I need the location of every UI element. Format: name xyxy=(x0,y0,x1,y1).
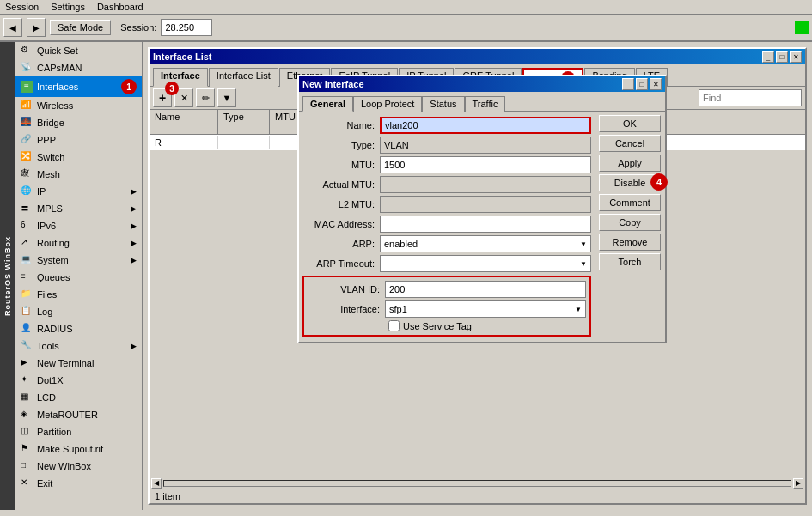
tab-interface[interactable]: Interface xyxy=(153,68,208,87)
sidebar-item-mpls[interactable]: 〓 MPLS ▶ xyxy=(15,200,142,217)
arp-value: enabled xyxy=(384,239,418,249)
safe-mode-button[interactable]: Safe Mode xyxy=(50,20,111,35)
sidebar-item-metarouter[interactable]: ◈ MetaROUTER xyxy=(15,406,142,423)
sidebar: ⚙ Quick Set 📡 CAPsMAN ≡ Interfaces 1 📶 W… xyxy=(15,42,143,510)
sidebar-item-capsman[interactable]: 📡 CAPsMAN xyxy=(15,59,142,76)
sidebar-item-ipv6[interactable]: 6 IPv6 ▶ xyxy=(15,217,142,234)
dialog-title: New Interface xyxy=(302,79,364,89)
name-label: Name: xyxy=(302,120,380,131)
status-bar: 1 item xyxy=(150,489,805,503)
actual-mtu-label: Actual MTU: xyxy=(302,179,380,190)
arp-select[interactable]: enabled ▼ xyxy=(380,235,591,252)
sidebar-label-exit: Exit xyxy=(37,478,52,489)
toolbar: ◀ ▶ Safe Mode Session: xyxy=(0,15,812,42)
sidebar-item-dot1x[interactable]: ✦ Dot1X xyxy=(15,372,142,389)
window-restore-button[interactable]: □ xyxy=(776,51,788,63)
cancel-button[interactable]: Cancel xyxy=(599,135,661,152)
sidebar-item-new-terminal[interactable]: ▶ New Terminal xyxy=(15,355,142,372)
tools-arrow: ▶ xyxy=(131,342,137,350)
sidebar-item-queues[interactable]: ≡ Queues xyxy=(15,269,142,286)
sidebar-item-bridge[interactable]: 🌉 Bridge xyxy=(15,114,142,131)
sidebar-item-tools[interactable]: 🔧 Tools ▶ xyxy=(15,337,142,355)
content-area: Interface List _ □ ✕ Interface Interface… xyxy=(143,42,812,510)
copy-button[interactable]: Copy xyxy=(599,214,661,231)
sidebar-item-ppp[interactable]: 🔗 PPP xyxy=(15,131,142,149)
sidebar-item-wireless[interactable]: 📶 Wireless xyxy=(15,97,142,114)
sidebar-label-mesh: Mesh xyxy=(37,169,60,179)
dialog-tab-status[interactable]: Status xyxy=(422,96,464,112)
tab-interface-list[interactable]: Interface List xyxy=(209,68,278,87)
sidebar-label-capsman: CAPsMAN xyxy=(37,63,82,73)
arp-timeout-select[interactable]: ▼ xyxy=(380,255,591,272)
sidebar-item-routing[interactable]: ↗ Routing ▶ xyxy=(15,234,142,252)
comment-button[interactable]: Comment xyxy=(599,194,661,211)
dialog-titlebar[interactable]: New Interface _ □ ✕ xyxy=(299,76,665,92)
sidebar-item-mesh[interactable]: 🕸 Mesh xyxy=(15,166,142,183)
sidebar-label-queues: Queues xyxy=(37,272,70,282)
interface-list-title: Interface List xyxy=(153,52,211,62)
filter-button[interactable]: ▼ xyxy=(217,88,236,107)
name-input[interactable] xyxy=(380,117,591,134)
sidebar-item-files[interactable]: 📁 Files xyxy=(15,286,142,303)
dialog-close-button[interactable]: ✕ xyxy=(650,78,662,90)
dialog-tab-loop-protect[interactable]: Loop Protect xyxy=(353,96,422,112)
dialog-tab-traffic[interactable]: Traffic xyxy=(465,96,506,112)
sidebar-label-files: Files xyxy=(37,289,57,300)
window-close-button[interactable]: ✕ xyxy=(790,51,802,63)
interface-select[interactable]: sfp1 ▼ xyxy=(385,300,586,318)
sidebar-item-log[interactable]: 📋 Log xyxy=(15,303,142,320)
apply-button[interactable]: Apply xyxy=(599,155,661,172)
sidebar-item-new-winbox[interactable]: □ New WinBox xyxy=(15,458,142,475)
scroll-left-button[interactable]: ◀ xyxy=(151,478,162,489)
arp-dropdown-icon: ▼ xyxy=(580,240,587,248)
forward-button[interactable]: ▶ xyxy=(27,18,46,37)
vlan-id-input[interactable] xyxy=(385,281,586,298)
log-icon: 📋 xyxy=(21,306,33,318)
dialog-restore-button[interactable]: □ xyxy=(636,78,648,90)
type-value: VLAN xyxy=(380,137,591,154)
dialog-minimize-button[interactable]: _ xyxy=(622,78,634,90)
ok-button[interactable]: OK xyxy=(599,115,661,132)
mesh-icon: 🕸 xyxy=(21,168,33,180)
sidebar-item-exit[interactable]: ✕ Exit xyxy=(15,475,142,492)
mac-input[interactable] xyxy=(380,216,591,233)
system-icon: 💻 xyxy=(21,254,33,266)
scroll-right-button[interactable]: ▶ xyxy=(793,478,803,489)
menu-session[interactable]: Session xyxy=(5,2,39,12)
sidebar-label-ipv6: IPv6 xyxy=(37,221,56,231)
interface-list-titlebar[interactable]: Interface List _ □ ✕ xyxy=(150,49,805,64)
h-scrollbar[interactable]: ◀ ▶ xyxy=(150,477,805,489)
menu-settings[interactable]: Settings xyxy=(51,2,85,12)
mtu-label: MTU: xyxy=(302,160,380,170)
dialog-tab-general[interactable]: General xyxy=(302,96,353,112)
sidebar-item-ip[interactable]: 🌐 IP ▶ xyxy=(15,183,142,200)
sidebar-item-system[interactable]: 💻 System ▶ xyxy=(15,252,142,269)
find-input[interactable] xyxy=(699,89,802,106)
dialog-tab-bar: General Loop Protect Status Traffic xyxy=(299,92,665,112)
sidebar-label-metarouter: MetaROUTER xyxy=(37,410,98,420)
sidebar-item-switch[interactable]: 🔀 Switch xyxy=(15,149,142,166)
mac-row: MAC Address: xyxy=(302,216,591,233)
sidebar-item-lcd[interactable]: ▦ LCD xyxy=(15,389,142,406)
back-button[interactable]: ◀ xyxy=(3,18,22,37)
edit-button[interactable]: ✏ xyxy=(196,88,215,107)
sidebar-item-partition[interactable]: ◫ Partition xyxy=(15,423,142,440)
make-supout-icon: ⚑ xyxy=(21,443,33,455)
remove-button[interactable]: Remove xyxy=(599,234,661,251)
window-minimize-button[interactable]: _ xyxy=(762,51,774,63)
sidebar-item-radius[interactable]: 👤 RADIUS xyxy=(15,320,142,337)
use-service-tag-checkbox[interactable] xyxy=(388,320,400,331)
th-type: Type xyxy=(218,110,270,134)
mtu-input[interactable] xyxy=(380,156,591,173)
sidebar-label-wireless: Wireless xyxy=(37,100,73,111)
session-input[interactable] xyxy=(161,19,212,36)
winbox-sidebar-label: RouterOS WinBox xyxy=(0,42,15,510)
sidebar-item-make-supout[interactable]: ⚑ Make Supout.rif xyxy=(15,440,142,458)
mtu-row: MTU: xyxy=(302,156,591,173)
menu-dashboard[interactable]: Dashboard xyxy=(97,2,143,12)
sidebar-item-interfaces[interactable]: ≡ Interfaces 1 xyxy=(15,76,142,97)
dialog-button-panel: OK Cancel Apply Disable Comment Copy Rem… xyxy=(595,112,665,342)
torch-button[interactable]: Torch xyxy=(599,253,661,270)
new-terminal-icon: ▶ xyxy=(21,357,33,369)
sidebar-item-quick-set[interactable]: ⚙ Quick Set xyxy=(15,42,142,59)
